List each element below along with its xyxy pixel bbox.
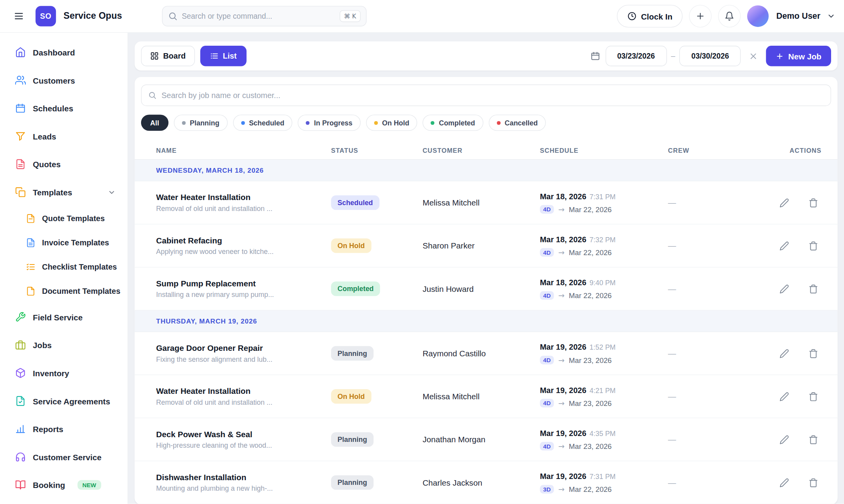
keyboard-shortcut-badge: ⌘ K bbox=[340, 10, 360, 22]
app-logo: SO bbox=[36, 6, 56, 26]
list-view-button[interactable]: List bbox=[200, 46, 246, 66]
sidebar-item-label: Quotes bbox=[33, 159, 61, 168]
board-icon bbox=[150, 52, 159, 60]
column-header-customer: CUSTOMER bbox=[422, 147, 540, 154]
trash-icon bbox=[808, 198, 818, 207]
delete-button[interactable] bbox=[805, 431, 821, 447]
delete-button[interactable] bbox=[805, 195, 821, 211]
filter-scheduled[interactable]: Scheduled bbox=[233, 114, 293, 130]
start-time: 1:52 PM bbox=[590, 343, 616, 352]
start-time: 9:40 PM bbox=[590, 279, 616, 287]
sidebar-item-quote-templates[interactable]: Quote Templates bbox=[0, 206, 127, 231]
sidebar-item-label: Leads bbox=[33, 132, 56, 141]
delete-button[interactable] bbox=[805, 238, 821, 254]
sidebar-item-quotes[interactable]: Quotes bbox=[0, 150, 127, 178]
start-date: Mar 19, 2026 bbox=[540, 429, 587, 438]
sidebar-item-label: Document Templates bbox=[42, 287, 120, 295]
filter-in-progress[interactable]: In Progress bbox=[298, 114, 361, 130]
filter-cancelled[interactable]: Cancelled bbox=[488, 114, 546, 130]
start-date: Mar 18, 2026 bbox=[540, 235, 587, 244]
customer-name: Charles Jackson bbox=[422, 478, 540, 487]
sidebar-item-document-templates[interactable]: Document Templates bbox=[0, 279, 127, 303]
chevron-down-icon[interactable] bbox=[827, 12, 835, 20]
sidebar-item-label: Jobs bbox=[33, 340, 52, 349]
sidebar-item-label: Checklist Templates bbox=[42, 263, 117, 271]
delete-button[interactable] bbox=[805, 474, 821, 490]
trash-icon bbox=[808, 391, 818, 401]
sidebar-item-field-service[interactable]: Field Service bbox=[0, 303, 127, 331]
sidebar-item-invoice-templates[interactable]: Invoice Templates bbox=[0, 231, 127, 255]
start-time: 4:35 PM bbox=[590, 429, 616, 438]
delete-button[interactable] bbox=[805, 281, 821, 297]
command-search[interactable]: ⌘ K bbox=[162, 6, 366, 26]
sidebar-item-inventory[interactable]: Inventory bbox=[0, 359, 127, 387]
sidebar-item-label: Invoice Templates bbox=[42, 238, 109, 247]
jobs-search[interactable] bbox=[141, 84, 831, 106]
close-icon bbox=[749, 52, 758, 60]
filter-planning[interactable]: Planning bbox=[173, 114, 227, 130]
status-dot bbox=[182, 121, 186, 125]
job-name: Deck Power Wash & Seal bbox=[156, 429, 331, 438]
job-name: Cabinet Refacing bbox=[156, 236, 331, 245]
status-badge: On Hold bbox=[331, 238, 371, 253]
date-from-input[interactable] bbox=[605, 46, 667, 66]
filter-on-hold[interactable]: On Hold bbox=[366, 114, 417, 130]
status-badge: Scheduled bbox=[331, 195, 379, 210]
arrow-right-icon: → bbox=[558, 442, 565, 450]
clock-in-button[interactable]: Clock In bbox=[617, 5, 683, 27]
table-row[interactable]: Water Heater Installation Removal of old… bbox=[134, 375, 837, 418]
edit-button[interactable] bbox=[776, 431, 792, 447]
command-search-input[interactable] bbox=[182, 12, 335, 20]
job-description: Fixing the sensor alignment and lub... bbox=[156, 355, 331, 363]
date-to-input[interactable] bbox=[679, 46, 741, 66]
delete-button[interactable] bbox=[805, 345, 821, 361]
sidebar-item-dashboard[interactable]: Dashboard bbox=[0, 38, 127, 66]
sidebar-item-customers[interactable]: Customers bbox=[0, 66, 127, 94]
quick-add-button[interactable] bbox=[689, 5, 712, 27]
sidebar-item-templates[interactable]: Templates bbox=[0, 178, 127, 206]
status-cell: Scheduled bbox=[331, 195, 422, 210]
board-view-button[interactable]: Board bbox=[141, 46, 195, 66]
job-description: Removal of old unit and installation ... bbox=[156, 204, 331, 213]
clear-dates-button[interactable] bbox=[749, 52, 758, 60]
notifications-button[interactable] bbox=[718, 5, 741, 27]
trash-icon bbox=[808, 349, 818, 358]
sidebar-item-reports[interactable]: Reports bbox=[0, 415, 127, 443]
table-row[interactable]: Water Heater Installation Removal of old… bbox=[134, 181, 837, 224]
filter-label: All bbox=[150, 119, 159, 127]
table-row[interactable]: Deck Power Wash & Seal High-pressure cle… bbox=[134, 418, 837, 461]
sidebar-item-schedules[interactable]: Schedules bbox=[0, 94, 127, 122]
trash-icon bbox=[808, 478, 818, 488]
jobs-search-input[interactable] bbox=[161, 91, 824, 100]
crew-value: — bbox=[668, 435, 773, 444]
status-dot bbox=[431, 121, 435, 125]
edit-button[interactable] bbox=[776, 238, 792, 254]
user-avatar[interactable] bbox=[747, 5, 769, 27]
table-row[interactable]: Garage Door Opener Repair Fixing the sen… bbox=[134, 332, 837, 375]
sidebar-item-customer-service[interactable]: Customer Service bbox=[0, 443, 127, 471]
edit-button[interactable] bbox=[776, 388, 792, 404]
edit-button[interactable] bbox=[776, 195, 792, 211]
name-cell: Water Heater Installation Removal of old… bbox=[156, 386, 331, 406]
edit-button[interactable] bbox=[776, 281, 792, 297]
sidebar-item-leads[interactable]: Leads bbox=[0, 122, 127, 150]
filter-completed[interactable]: Completed bbox=[423, 114, 483, 130]
sidebar-item-service-agreements[interactable]: Service Agreements bbox=[0, 387, 127, 415]
delete-button[interactable] bbox=[805, 388, 821, 404]
sidebar-item-jobs[interactable]: Jobs bbox=[0, 331, 127, 359]
new-job-button[interactable]: New Job bbox=[766, 46, 831, 66]
edit-button[interactable] bbox=[776, 474, 792, 490]
date-group-label: WEDNESDAY, MARCH 18, 2026 bbox=[156, 166, 264, 174]
pencil-icon bbox=[780, 391, 789, 401]
table-header: NAME STATUS CUSTOMER SCHEDULE CREW ACTIO… bbox=[134, 141, 837, 160]
filter-all[interactable]: All bbox=[141, 114, 168, 130]
sidebar-item-booking[interactable]: Booking NEW bbox=[0, 471, 127, 499]
menu-button[interactable] bbox=[9, 6, 29, 26]
table-row[interactable]: Dishwasher Installation Mounting and plu… bbox=[134, 461, 837, 504]
table-row[interactable]: Cabinet Refacing Applying new wood venee… bbox=[134, 224, 837, 267]
schedule-cell: Mar 18, 20267:31 PM 4D→Mar 22, 2026 bbox=[540, 191, 668, 213]
job-description: Mounting and plumbing a new high-... bbox=[156, 484, 331, 493]
edit-button[interactable] bbox=[776, 345, 792, 361]
sidebar-item-checklist-templates[interactable]: Checklist Templates bbox=[0, 255, 127, 279]
table-row[interactable]: Sump Pump Replacement Installing a new p… bbox=[134, 268, 837, 311]
